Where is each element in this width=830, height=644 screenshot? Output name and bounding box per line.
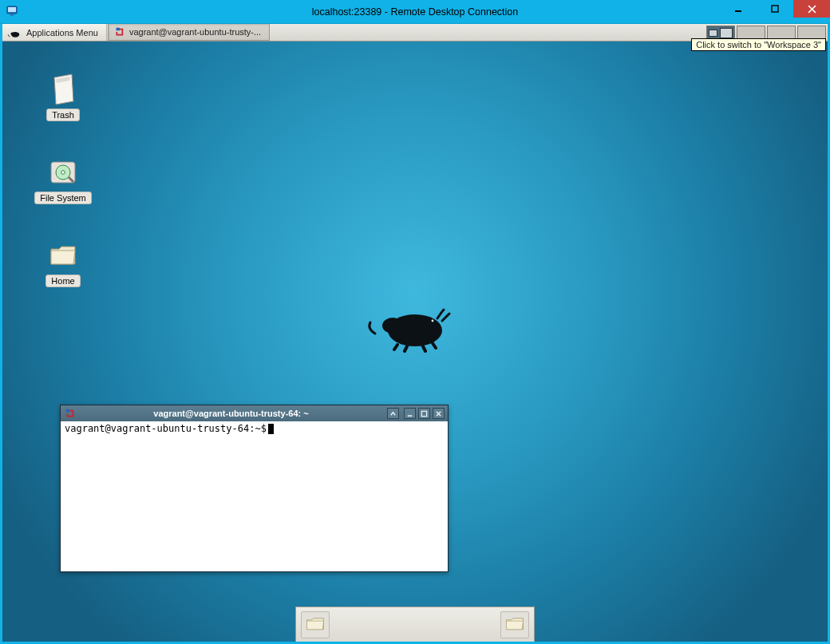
svg-point-7 (17, 31, 18, 32)
terminal-body[interactable]: vagrant@vagrant-ubuntu-trusty-64:~$ (61, 421, 447, 571)
desktop-icon-label: File System (34, 192, 91, 204)
svg-rect-2 (10, 14, 14, 16)
close-button[interactable] (793, 0, 830, 18)
terminal-close-button[interactable] (433, 408, 445, 419)
svg-point-13 (388, 314, 442, 346)
workspace-tooltip: Click to switch to "Workspace 3" (691, 38, 826, 51)
xfce-bottom-dock (295, 606, 535, 642)
svg-point-6 (11, 32, 14, 34)
svg-rect-1 (8, 7, 16, 12)
svg-rect-17 (421, 411, 426, 416)
desktop-icon-label: Home (45, 275, 80, 287)
applications-menu-label: Applications Menu (26, 28, 98, 38)
folder-icon (504, 612, 526, 638)
terminal-title: vagrant@vagrant-ubuntu-trusty-64: ~ (80, 409, 382, 418)
desktop-icon-home[interactable]: Home (34, 238, 92, 287)
folder-icon (304, 612, 326, 638)
desktop-icon-label: Trash (46, 109, 80, 121)
terminal-minimize-button[interactable] (404, 408, 416, 419)
xfce-top-panel: Applications Menu vagrant@vagrant-ubuntu… (2, 24, 828, 41)
minimize-button[interactable] (720, 0, 757, 18)
svg-point-15 (432, 320, 434, 322)
desktop-icon-trash[interactable]: Trash (34, 72, 92, 121)
svg-rect-16 (408, 415, 412, 417)
dock-spacer (334, 611, 496, 638)
applications-menu-button[interactable]: Applications Menu (2, 24, 107, 41)
rdp-title: localhost:23389 - Remote Desktop Connect… (312, 6, 518, 18)
svg-point-14 (382, 318, 403, 334)
rdp-titlebar[interactable]: localhost:23389 - Remote Desktop Connect… (0, 0, 830, 24)
xfce-desktop[interactable]: Trash File System (2, 41, 828, 642)
xfce-logo-icon (7, 26, 22, 40)
desktop-icon-filesystem[interactable]: File System (34, 155, 92, 204)
taskbar-item-terminal[interactable]: vagrant@vagrant-ubuntu-trusty-... (108, 24, 270, 41)
rdp-client-area: Applications Menu vagrant@vagrant-ubuntu… (0, 24, 830, 644)
svg-rect-4 (772, 6, 778, 12)
dock-launcher-right[interactable] (500, 611, 529, 638)
terminal-cursor (268, 424, 274, 434)
svg-rect-3 (735, 10, 741, 12)
terminal-titlebar-icon (64, 408, 75, 419)
terminal-maximize-button[interactable] (418, 408, 430, 419)
terminal-window[interactable]: vagrant@vagrant-ubuntu-trusty-64: ~ (60, 405, 449, 572)
svg-point-12 (61, 171, 65, 175)
terminal-titlebar[interactable]: vagrant@vagrant-ubuntu-trusty-64: ~ (61, 405, 448, 421)
folder-icon (46, 238, 80, 271)
taskbar-item-label: vagrant@vagrant-ubuntu-trusty-... (129, 27, 261, 37)
xfce-mouse-wallpaper-icon (366, 292, 461, 356)
terminal-rollup-button[interactable] (387, 408, 399, 419)
rdp-icon (6, 5, 19, 18)
drive-icon (46, 155, 80, 188)
dock-launcher-left[interactable] (301, 611, 330, 638)
terminal-prompt: vagrant@vagrant-ubuntu-trusty-64:~$ (65, 423, 267, 434)
terminal-app-icon (113, 26, 125, 38)
trash-icon (46, 72, 80, 105)
panel-spacer (270, 24, 705, 41)
maximize-button[interactable] (757, 0, 793, 18)
